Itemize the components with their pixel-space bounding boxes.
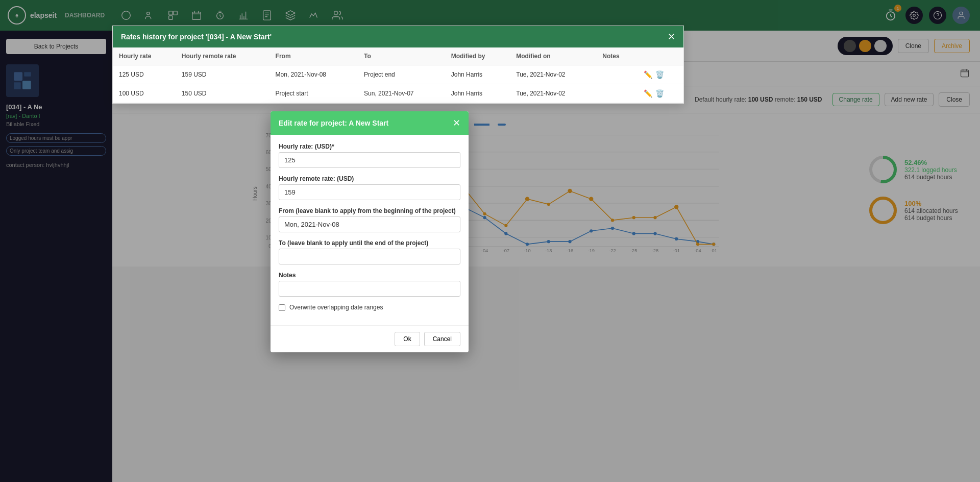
cell-actions-2: ✏️ 🗑️ (638, 84, 683, 103)
edit-modal-footer: Ok Cancel (271, 325, 469, 352)
col-modified-by: Modified by (445, 47, 510, 65)
col-modified-on: Modified on (510, 47, 596, 65)
rates-table-head: Hourly rate Hourly remote rate From To M… (113, 47, 683, 65)
rates-table: Hourly rate Hourly remote rate From To M… (113, 47, 683, 103)
edit-rate-1-button[interactable]: ✏️ (644, 70, 652, 79)
notes-input[interactable] (279, 281, 460, 297)
cell-notes-2 (596, 84, 638, 103)
rates-history-title: Rates history for project '[034] - A New… (121, 33, 272, 41)
cell-modified-on-1: Tue, 2021-Nov-02 (510, 65, 596, 84)
cell-hourly-rate-2: 100 USD (113, 84, 176, 103)
hourly-remote-input[interactable] (279, 184, 460, 200)
cell-modified-by-1: John Harris (445, 65, 510, 84)
hourly-remote-label: Hourly remote rate: (USD) (279, 175, 460, 182)
to-label: To (leave blank to apply until the end o… (279, 239, 460, 247)
col-to: To (358, 47, 445, 65)
col-hourly-remote-rate: Hourly remote rate (176, 47, 270, 65)
hourly-rate-label: Hourly rate: (USD)* (279, 143, 460, 150)
cell-to-1: Project end (358, 65, 445, 84)
cell-modified-by-2: John Harris (445, 84, 510, 103)
cancel-button[interactable]: Cancel (424, 332, 460, 346)
delete-rate-1-button[interactable]: 🗑️ (655, 70, 664, 79)
from-label: From (leave blank to apply from the begi… (279, 207, 460, 214)
overwrite-checkbox[interactable] (279, 304, 285, 311)
cell-hourly-rate-1: 125 USD (113, 65, 176, 84)
edit-rate-2-button[interactable]: ✏️ (644, 89, 652, 98)
rates-table-header-row: Hourly rate Hourly remote rate From To M… (113, 47, 683, 65)
edit-rate-modal: Edit rate for project: A New Start ✕ Hou… (271, 111, 469, 352)
rates-table-body: 125 USD 159 USD Mon, 2021-Nov-08 Project… (113, 65, 683, 103)
to-input[interactable] (279, 249, 460, 264)
hourly-remote-group: Hourly remote rate: (USD) (279, 175, 460, 200)
rates-history-header: Rates history for project '[034] - A New… (113, 26, 683, 47)
delete-rate-2-button[interactable]: 🗑️ (655, 89, 664, 98)
col-from: From (270, 47, 358, 65)
notes-label: Notes (279, 272, 460, 279)
hourly-rate-group: Hourly rate: (USD)* (279, 143, 460, 168)
row-actions-2: ✏️ 🗑️ (644, 89, 677, 98)
cell-modified-on-2: Tue, 2021-Nov-02 (510, 84, 596, 103)
col-notes: Notes (596, 47, 638, 65)
cell-to-2: Sun, 2021-Nov-07 (358, 84, 445, 103)
from-group: From (leave blank to apply from the begi… (279, 207, 460, 232)
cell-notes-1 (596, 65, 638, 84)
edit-modal-title: Edit rate for project: A New Start (279, 119, 388, 127)
to-group: To (leave blank to apply until the end o… (279, 239, 460, 264)
ok-button[interactable]: Ok (395, 332, 420, 346)
edit-modal-close-button[interactable]: ✕ (453, 117, 460, 129)
cell-from-2: Project start (270, 84, 358, 103)
cell-remote-rate-2: 150 USD (176, 84, 270, 103)
col-actions (638, 47, 683, 65)
notes-group: Notes (279, 272, 460, 297)
rates-history-modal: Rates history for project '[034] - A New… (112, 26, 684, 104)
edit-modal-body: Hourly rate: (USD)* Hourly remote rate: … (271, 135, 469, 325)
overwrite-checkbox-row: Overwrite overlapping date ranges (279, 304, 460, 311)
col-hourly-rate: Hourly rate (113, 47, 176, 65)
cell-remote-rate-1: 159 USD (176, 65, 270, 84)
row-actions-1: ✏️ 🗑️ (644, 70, 677, 79)
hourly-rate-input[interactable] (279, 152, 460, 168)
cell-from-1: Mon, 2021-Nov-08 (270, 65, 358, 84)
table-row: 125 USD 159 USD Mon, 2021-Nov-08 Project… (113, 65, 683, 84)
cell-actions-1: ✏️ 🗑️ (638, 65, 683, 84)
from-input[interactable] (279, 216, 460, 232)
rates-history-close[interactable]: ✕ (668, 31, 675, 42)
edit-modal-header: Edit rate for project: A New Start ✕ (271, 111, 469, 135)
table-row: 100 USD 150 USD Project start Sun, 2021-… (113, 84, 683, 103)
overwrite-label: Overwrite overlapping date ranges (289, 304, 383, 311)
